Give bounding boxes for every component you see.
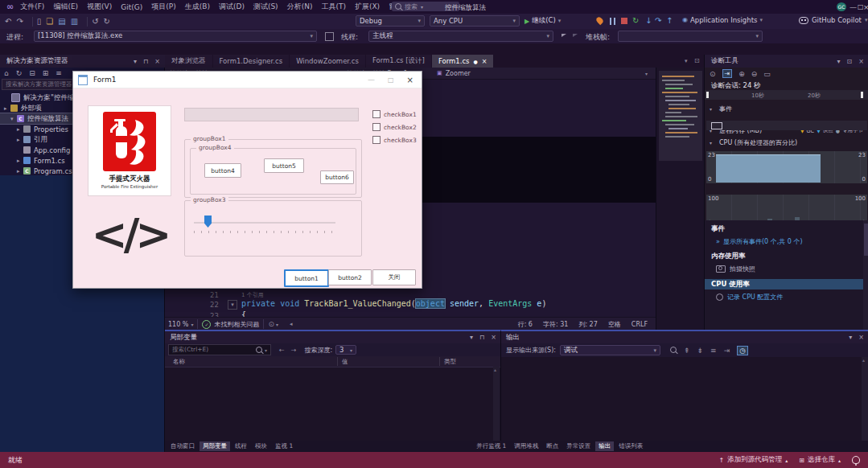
tab-form1-designer[interactable]: Form1.Designer.cs bbox=[213, 55, 290, 68]
flag-icon[interactable] bbox=[562, 34, 566, 37]
collapse-icon[interactable]: ▾ bbox=[710, 106, 716, 112]
refresh-icon[interactable]: ↻ bbox=[16, 69, 23, 77]
checkbox1[interactable]: checkBox1 bbox=[372, 108, 417, 121]
timestamp-toggle-icon[interactable]: ◷ bbox=[737, 346, 748, 355]
search-depth-dropdown[interactable]: 3▾ bbox=[335, 345, 356, 355]
hot-reload-icon[interactable] bbox=[595, 16, 604, 25]
close-icon[interactable]: × bbox=[858, 334, 864, 341]
thread-toggle-icon[interactable] bbox=[325, 32, 334, 41]
take-snapshot-link[interactable]: 拍摄快照 bbox=[705, 261, 868, 273]
stack-frame-dropdown[interactable]: ▾ bbox=[618, 31, 763, 42]
column-value[interactable]: 值 bbox=[342, 358, 348, 366]
continue-button[interactable]: ▶ 继续(C) ▾ bbox=[525, 15, 561, 27]
app-insights-dropdown[interactable]: ◉ Application Insights ▾ bbox=[682, 16, 763, 24]
code-line-22[interactable]: private void TrackBar1_ValueChanged(obje… bbox=[241, 299, 546, 308]
button1[interactable]: button1 bbox=[284, 269, 329, 287]
chevron-down-icon[interactable]: ▾ bbox=[837, 58, 841, 65]
close-icon[interactable]: × bbox=[491, 334, 496, 341]
track-window-icon[interactable]: ⇥ bbox=[722, 69, 733, 78]
tab-watch1[interactable]: 监视 1 bbox=[272, 441, 296, 451]
expand-icon[interactable]: ▸ bbox=[4, 105, 10, 112]
step-into-icon[interactable]: ↓ bbox=[645, 17, 652, 25]
eol-indicator[interactable]: CRLF bbox=[631, 321, 648, 328]
expand-icon[interactable]: ▸ bbox=[17, 126, 23, 133]
form1-titlebar[interactable]: Form1 — □ × bbox=[73, 72, 422, 88]
close-icon[interactable]: × bbox=[858, 58, 864, 65]
column-type[interactable]: 类型 bbox=[444, 358, 456, 366]
zoom-out-icon[interactable]: ⊖ bbox=[751, 70, 758, 78]
step-out-icon[interactable]: ↑ bbox=[666, 17, 673, 25]
tab-form1-design[interactable]: Form1.cs [设计] bbox=[366, 55, 431, 68]
find-icon[interactable] bbox=[670, 347, 677, 355]
zoom-dropdown[interactable]: 110 % ▾ bbox=[168, 321, 193, 328]
collapse-icon[interactable]: ▾ bbox=[710, 140, 716, 146]
scroll-left-icon[interactable]: ◂ bbox=[290, 321, 293, 327]
thread-dropdown[interactable]: 主线程▾ bbox=[368, 31, 553, 42]
form1-window[interactable]: Form1 — □ × 手提式灭火器 bbox=[72, 71, 422, 289]
form-minimize-icon[interactable]: — bbox=[368, 76, 375, 84]
float-icon[interactable]: ⊡ bbox=[847, 58, 853, 65]
button4[interactable]: button4 bbox=[204, 163, 241, 178]
tab-list-icon[interactable]: ⊡ bbox=[694, 57, 700, 64]
tab-modules[interactable]: 模块 bbox=[252, 441, 270, 451]
redo-icon[interactable]: ↻ bbox=[104, 18, 110, 26]
close-form-button[interactable]: 关闭 bbox=[372, 269, 416, 285]
menu-item-file[interactable]: 文件(F) bbox=[20, 2, 44, 12]
word-wrap-icon[interactable]: ⇥ bbox=[724, 347, 730, 355]
repo-picker-button[interactable]: ⊞ 选择仓库 ▴ bbox=[799, 455, 841, 465]
goto-previous-icon[interactable]: ⇞ bbox=[684, 347, 690, 355]
menu-item-debug[interactable]: 调试(D) bbox=[219, 2, 245, 12]
open-file-icon[interactable]: ❏ bbox=[46, 18, 53, 26]
menu-item-extensions[interactable]: 扩展(X) bbox=[355, 2, 380, 12]
tab-call-stack[interactable]: 调用堆栈 bbox=[511, 441, 541, 451]
expand-icon[interactable]: ▸ bbox=[17, 158, 23, 164]
notifications-bell-icon[interactable] bbox=[852, 456, 860, 464]
minimize-button[interactable]: — bbox=[849, 3, 857, 11]
save-all-icon[interactable]: ▥ bbox=[71, 18, 78, 26]
issues-label[interactable]: 未找到相关问题 bbox=[214, 320, 259, 329]
whitespace-indicator[interactable]: 空格 bbox=[608, 320, 621, 329]
record-cpu-link[interactable]: 记录 CPU 配置文件 bbox=[705, 289, 868, 302]
search-prev-icon[interactable]: ← bbox=[279, 347, 285, 354]
menu-item-tools[interactable]: 工具(T) bbox=[321, 2, 346, 12]
home-icon[interactable]: ⌂ bbox=[4, 69, 9, 77]
restart-icon[interactable]: ↻ bbox=[632, 17, 639, 25]
output-source-dropdown[interactable]: 调试▾ bbox=[560, 345, 660, 355]
tab-windowzoomer[interactable]: WindowZoomer.cs bbox=[290, 55, 365, 68]
checkbox2[interactable]: checkBox2 bbox=[372, 121, 417, 133]
fold-arrow-icon[interactable]: ▾ bbox=[228, 300, 237, 310]
settings-gear-icon[interactable]: ⊙ bbox=[710, 70, 716, 78]
tab-close-icon[interactable]: × bbox=[482, 58, 487, 65]
form-maximize-icon[interactable]: □ bbox=[388, 76, 394, 84]
tab-threads[interactable]: 线程 bbox=[232, 441, 250, 451]
collapse-icon[interactable]: ▾ bbox=[10, 116, 17, 122]
process-dropdown[interactable]: [11308] 控件缩放算法.exe▾ bbox=[34, 31, 317, 42]
chevron-down-icon[interactable]: ▾ bbox=[849, 334, 852, 341]
checkbox3[interactable]: checkBox3 bbox=[372, 133, 417, 146]
memory-chart[interactable]: 23 23 0 0 bbox=[706, 151, 867, 183]
flag-outline-icon[interactable] bbox=[573, 34, 578, 37]
show-all-events-link[interactable]: » 显示所有事件(0 个,共 0 个) bbox=[705, 234, 868, 246]
menu-item-test[interactable]: 测试(S) bbox=[253, 2, 278, 12]
form-textbox[interactable] bbox=[184, 108, 359, 121]
timeline-ruler[interactable]: 10秒 20秒 bbox=[705, 90, 868, 100]
column-name[interactable]: 名称 bbox=[173, 358, 185, 366]
navigate-forward-icon[interactable]: ↷ bbox=[16, 18, 23, 26]
menu-item-view[interactable]: 视图(V) bbox=[87, 2, 112, 12]
reset-view-icon[interactable]: ▭ bbox=[763, 70, 771, 78]
solution-platform-dropdown[interactable]: Any CPU▾ bbox=[430, 15, 520, 27]
collapse-all-icon[interactable]: ⊟ bbox=[29, 69, 35, 77]
close-button[interactable]: × bbox=[863, 3, 868, 11]
stop-icon[interactable] bbox=[621, 18, 627, 24]
button5[interactable]: button5 bbox=[264, 158, 304, 173]
properties-icon[interactable]: ≡ bbox=[56, 69, 62, 77]
pin-icon[interactable]: ⊓ bbox=[143, 58, 148, 65]
breadcrumb-member-dropdown[interactable]: ▣ Zoomer bbox=[437, 70, 471, 77]
tab-form1-cs[interactable]: Form1.cs ● × bbox=[432, 55, 494, 68]
locals-search-input[interactable]: 搜索(Ctrl+E) ▾ bbox=[168, 344, 271, 355]
github-copilot-button[interactable]: GitHub Copilot ▾ bbox=[799, 16, 867, 24]
tab-object-browser[interactable]: 对象浏览器 bbox=[165, 55, 212, 68]
tab-error-list[interactable]: 错误列表 bbox=[615, 441, 646, 451]
diagnostics-scrollbar[interactable] bbox=[863, 220, 868, 330]
step-over-icon[interactable]: ↷ bbox=[655, 17, 661, 25]
